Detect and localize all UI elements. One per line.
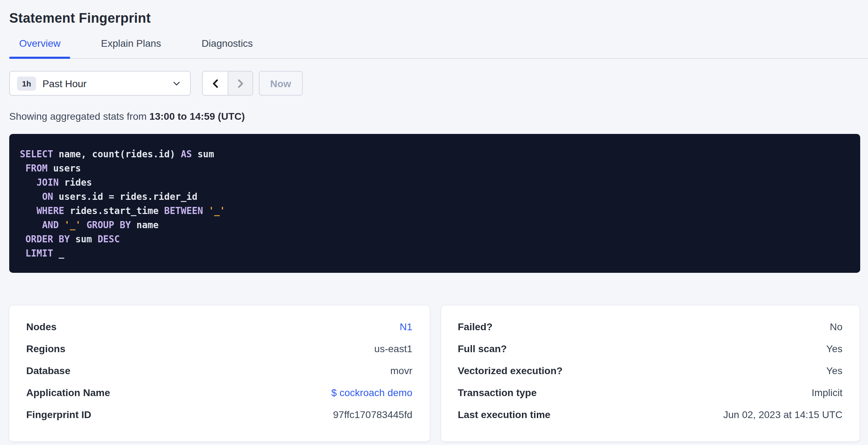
detail-value: Yes <box>826 343 842 354</box>
time-range-dropdown[interactable]: 1h Past Hour <box>9 71 191 96</box>
detail-row: Regionsus-east1 <box>26 337 412 359</box>
detail-value: No <box>830 321 842 332</box>
detail-row: Full scan?Yes <box>458 337 842 359</box>
now-button[interactable]: Now <box>259 71 302 96</box>
sql-line: WHERE rides.start_time BETWEEN '_' <box>20 204 850 218</box>
detail-label: Nodes <box>26 321 57 332</box>
detail-label: Failed? <box>458 321 493 332</box>
page-title: Statement Fingerprint <box>9 10 859 27</box>
detail-row: Databasemovr <box>26 359 412 381</box>
sql-line: FROM users <box>20 162 850 176</box>
details-cards: NodesN1Regionsus-east1DatabasemovrApplic… <box>9 305 859 441</box>
detail-label: Fingerprint ID <box>26 409 91 420</box>
detail-value: movr <box>390 365 412 376</box>
chevron-down-icon <box>172 79 181 88</box>
sql-line: ORDER BY sum DESC <box>20 232 850 247</box>
sql-line: JOIN rides <box>20 176 850 190</box>
detail-label: Database <box>26 365 71 376</box>
tab-diagnostics[interactable]: Diagnostics <box>191 37 263 58</box>
detail-value-link[interactable]: N1 <box>400 321 412 332</box>
detail-row: Fingerprint ID97ffc170783445fd <box>26 403 412 425</box>
tab-bar: OverviewExplain PlansDiagnostics <box>9 37 868 59</box>
time-step-buttons <box>202 71 253 96</box>
detail-label: Regions <box>26 343 65 354</box>
stats-caption: Showing aggregated stats from 13:00 to 1… <box>9 110 859 123</box>
detail-label: Application Name <box>26 387 110 398</box>
stats-caption-range: 13:00 to 14:59 (UTC) <box>149 111 245 122</box>
sql-line: ON users.id = rides.rider_id <box>20 190 850 204</box>
detail-row: Failed?No <box>458 315 842 337</box>
detail-row: Vectorized execution?Yes <box>458 359 842 381</box>
detail-value: N1 <box>400 321 412 332</box>
time-range-badge: 1h <box>17 76 36 90</box>
detail-row: Application Name$ cockroach demo <box>26 381 412 403</box>
detail-value: Yes <box>826 365 842 376</box>
tab-overview[interactable]: Overview <box>9 37 71 58</box>
detail-value: Jun 02, 2023 at 14:15 UTC <box>723 409 842 420</box>
app-viewport: Statement Fingerprint OverviewExplain Pl… <box>0 0 868 445</box>
detail-value: $ cockroach demo <box>331 387 412 398</box>
details-card-left: NodesN1Regionsus-east1DatabasemovrApplic… <box>9 305 429 441</box>
stats-caption-prefix: Showing aggregated stats from <box>9 111 149 122</box>
details-card-right: Failed?NoFull scan?YesVectorized executi… <box>441 305 859 441</box>
statement-fingerprint-page: Statement Fingerprint OverviewExplain Pl… <box>0 0 868 441</box>
sql-line: SELECT name, count(rides.id) AS sum <box>20 147 850 162</box>
detail-label: Last execution time <box>458 409 550 420</box>
time-range-label: Past Hour <box>43 78 87 89</box>
chevron-left-icon <box>210 78 220 88</box>
detail-value: 97ffc170783445fd <box>333 409 412 420</box>
time-prev-button[interactable] <box>203 72 228 95</box>
time-next-button[interactable] <box>228 72 252 95</box>
sql-statement-box: SELECT name, count(rides.id) AS sum FROM… <box>9 134 860 273</box>
tab-explain-plans[interactable]: Explain Plans <box>91 37 171 58</box>
detail-label: Vectorized execution? <box>458 365 563 376</box>
detail-row: NodesN1 <box>26 315 412 337</box>
detail-label: Transaction type <box>458 387 537 398</box>
detail-value: Implicit <box>812 387 842 398</box>
detail-value: us-east1 <box>374 343 412 354</box>
sql-line: LIMIT _ <box>20 247 850 261</box>
detail-value-link[interactable]: $ cockroach demo <box>331 387 412 398</box>
detail-row: Transaction typeImplicit <box>458 381 842 403</box>
detail-label: Full scan? <box>458 343 507 354</box>
sql-line: AND '_' GROUP BY name <box>20 218 850 232</box>
time-controls: 1h Past Hour Now <box>9 71 859 96</box>
detail-row: Last execution timeJun 02, 2023 at 14:15… <box>458 403 842 425</box>
chevron-right-icon <box>235 78 245 88</box>
